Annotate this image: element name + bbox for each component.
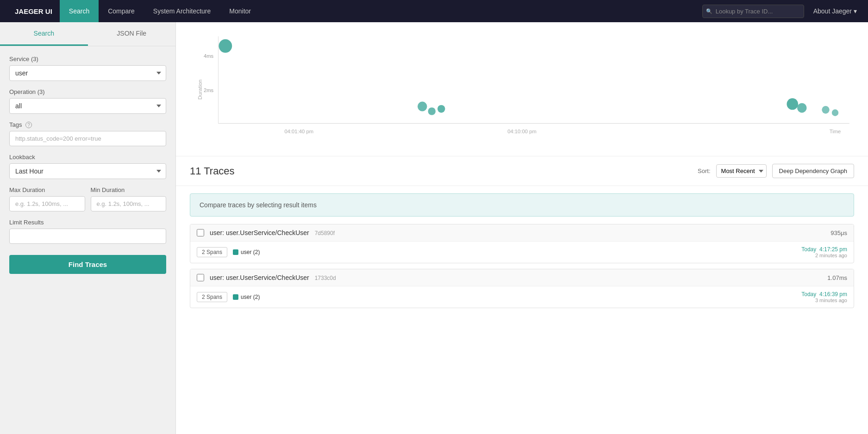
scatter-dot[interactable] (832, 109, 838, 116)
trace-service-label: user (2) (241, 294, 260, 300)
svg-text:4ms: 4ms (204, 53, 214, 59)
trace-list: user: user.UserService/CheckUser 7d5890f… (176, 224, 868, 308)
topbar: JAEGER UI Search Compare System Architec… (0, 0, 868, 22)
compare-banner: Compare traces by selecting result items (190, 193, 854, 217)
tags-input[interactable] (9, 131, 166, 146)
tags-help-icon: ? (25, 122, 32, 128)
svg-text:04:01:40 pm: 04:01:40 pm (284, 128, 313, 134)
brand-logo: JAEGER UI (7, 7, 60, 15)
svg-text:Time: Time (830, 128, 841, 134)
scatter-dot[interactable] (418, 102, 427, 112)
trace-spans-badge: 2 Spans (197, 247, 227, 257)
results-controls: Sort: Most Recent Deep Dependency Graph (698, 164, 854, 178)
service-label: Service (3) (9, 56, 166, 62)
trace-service-tags: user (2) (233, 249, 260, 255)
sort-select[interactable]: Most Recent (716, 164, 767, 178)
scatter-dot[interactable] (822, 106, 829, 114)
trace-duration: 935μs (831, 229, 847, 236)
limit-results-label: Limit Results (9, 219, 166, 226)
trace-left: 2 Spans user (2) (197, 292, 260, 302)
scatter-dot[interactable] (428, 107, 436, 115)
deep-dependency-graph-button[interactable]: Deep Dependency Graph (772, 164, 854, 178)
trace-id-search-wrap (702, 5, 804, 18)
trace-item: user: user.UserService/CheckUser 7d5890f… (190, 224, 854, 263)
trace-left: 2 Spans user (2) (197, 247, 260, 257)
svg-text:2ms: 2ms (204, 87, 214, 93)
trace-service-dot (233, 294, 238, 300)
nav-monitor[interactable]: Monitor (220, 0, 260, 22)
trace-id-search-input[interactable] (702, 5, 804, 18)
scatter-chart-area: 4ms 2ms Duration 04:01:40 pm 04:10:00 pm… (176, 22, 868, 156)
trace-header[interactable]: user: user.UserService/CheckUser 1733c0d… (190, 269, 854, 286)
trace-time-info: Today 4:17:25 pm 2 minutes ago (801, 246, 847, 258)
nav-compare[interactable]: Compare (99, 0, 144, 22)
tab-search[interactable]: Search (0, 22, 88, 46)
nav-system-architecture[interactable]: System Architecture (144, 0, 220, 22)
operation-select[interactable]: all (9, 98, 166, 114)
main-layout: Search JSON File Service (3) user Operat… (0, 22, 868, 434)
operation-field-group: Operation (3) all (9, 88, 166, 114)
max-duration-label: Max Duration (9, 186, 85, 193)
svg-text:04:10:00 pm: 04:10:00 pm (507, 128, 537, 134)
svg-text:Duration: Duration (197, 80, 203, 99)
trace-service-label: user (2) (241, 249, 260, 255)
trace-id: 1733c0d (315, 275, 336, 281)
trace-checkbox[interactable] (197, 229, 204, 236)
lookback-label: Lookback (9, 154, 166, 161)
scatter-chart-svg: 4ms 2ms Duration 04:01:40 pm 04:10:00 pm… (190, 31, 854, 138)
scatter-dot[interactable] (797, 103, 807, 113)
trace-body: 2 Spans user (2) Today 4:16:39 pm 3 minu… (190, 286, 854, 308)
trace-id: 7d5890f (315, 230, 335, 236)
lookback-select[interactable]: Last Hour (9, 163, 166, 179)
sidebar-tabs: Search JSON File (0, 22, 175, 46)
top-nav: Search Compare System Architecture Monit… (60, 0, 702, 22)
nav-search[interactable]: Search (60, 0, 99, 22)
find-traces-button[interactable]: Find Traces (9, 255, 166, 274)
tab-json-file[interactable]: JSON File (88, 22, 176, 46)
trace-duration: 1.07ms (827, 274, 847, 281)
max-duration-input[interactable] (9, 196, 85, 211)
trace-service-tag: user (2) (233, 249, 260, 255)
main-content: 4ms 2ms Duration 04:01:40 pm 04:10:00 pm… (176, 22, 868, 434)
trace-date-time: Today 4:16:39 pm (801, 291, 847, 298)
trace-service-dot (233, 249, 238, 255)
trace-spans-badge: 2 Spans (197, 292, 227, 302)
sidebar: Search JSON File Service (3) user Operat… (0, 22, 176, 434)
scatter-dot[interactable] (787, 98, 798, 110)
trace-body: 2 Spans user (2) Today 4:17:25 pm 2 minu… (190, 242, 854, 263)
trace-time-ago: 2 minutes ago (801, 253, 847, 258)
limit-results-group: Limit Results 20 (9, 219, 166, 244)
scatter-dot[interactable] (437, 105, 445, 113)
min-duration-label: Min Duration (91, 186, 167, 193)
max-duration-group: Max Duration (9, 186, 85, 211)
operation-label: Operation (3) (9, 88, 166, 95)
results-count: 11 Traces (190, 165, 235, 177)
service-field-group: Service (3) user (9, 56, 166, 81)
topbar-right: About Jaeger ▾ (702, 5, 861, 18)
trace-header[interactable]: user: user.UserService/CheckUser 7d5890f… (190, 224, 854, 242)
trace-time-info: Today 4:16:39 pm 3 minutes ago (801, 291, 847, 303)
lookback-field-group: Lookback Last Hour (9, 154, 166, 179)
sidebar-body: Service (3) user Operation (3) all Tags … (0, 46, 175, 434)
trace-service-tags: user (2) (233, 294, 260, 300)
sort-label: Sort: (698, 167, 710, 174)
trace-name: user: user.UserService/CheckUser 7d5890f (210, 229, 831, 236)
min-duration-input[interactable] (91, 196, 167, 211)
trace-checkbox[interactable] (197, 274, 204, 281)
tags-label: Tags ? (9, 121, 166, 128)
service-select[interactable]: user (9, 65, 166, 81)
duration-row: Max Duration Min Duration (9, 186, 166, 219)
trace-item: user: user.UserService/CheckUser 1733c0d… (190, 269, 854, 308)
trace-date-time: Today 4:17:25 pm (801, 246, 847, 253)
trace-service-tag: user (2) (233, 294, 260, 300)
trace-time-ago: 3 minutes ago (801, 298, 847, 303)
trace-name: user: user.UserService/CheckUser 1733c0d (210, 274, 827, 281)
min-duration-group: Min Duration (91, 186, 167, 211)
scatter-dot[interactable] (219, 39, 232, 53)
tags-field-group: Tags ? (9, 121, 166, 146)
limit-results-input[interactable]: 20 (9, 229, 166, 244)
about-jaeger-menu[interactable]: About Jaeger ▾ (810, 7, 861, 15)
results-header: 11 Traces Sort: Most Recent Deep Depende… (176, 156, 868, 186)
